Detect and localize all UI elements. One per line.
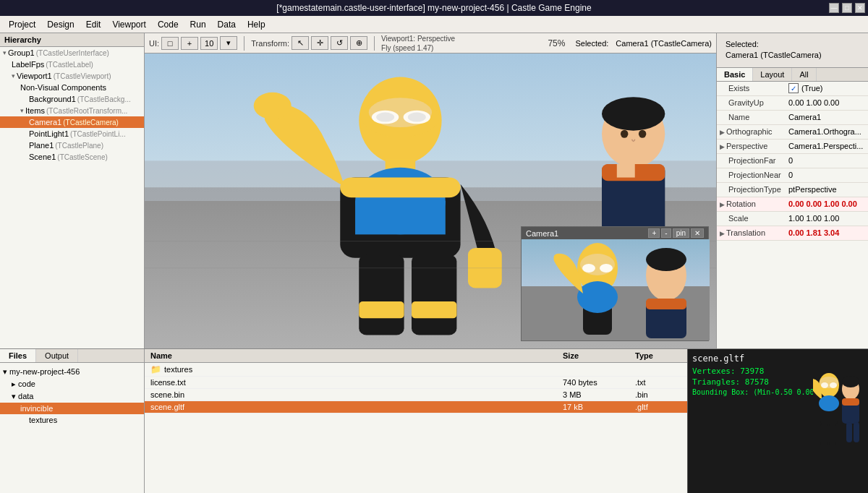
tree-item-scene1[interactable]: Scene1 (TCastleScene): [0, 151, 144, 163]
properties-body: Exists ✓ (True) GravityUp 0.00 1.00 0.00…: [717, 82, 868, 348]
ui-size-dropdown[interactable]: ▾: [220, 36, 237, 50]
viewport-canvas[interactable]: Camera1 + - pin ✕: [145, 53, 716, 348]
prop-row-name[interactable]: Name Camera1: [717, 111, 868, 125]
title-bar: [*gamestatemain.castle-user-interface] m…: [0, 0, 868, 16]
svg-point-37: [577, 281, 618, 313]
flist-row-textures[interactable]: 📁 textures: [145, 363, 687, 377]
tab-files[interactable]: Files: [0, 349, 36, 362]
transform-scale-button[interactable]: ⊕: [350, 36, 367, 50]
svg-point-8: [376, 113, 394, 122]
svg-point-45: [821, 382, 828, 388]
prop-value-projectionnear: 0: [786, 169, 868, 181]
tree-item-camera1[interactable]: Camera1 (TCastleCamera): [0, 116, 144, 128]
flist-name-sceneg: scene.gltf: [145, 403, 557, 411]
prop-row-projectionnear[interactable]: ProjectionNear 0: [717, 168, 868, 183]
camera-preview-close[interactable]: ✕: [691, 228, 704, 238]
svg-point-15: [254, 93, 292, 119]
flist-row-license[interactable]: license.txt 740 bytes .txt: [145, 377, 687, 389]
file-list-body: 📁 textures license.txt 740 bytes .txt sc…: [145, 363, 687, 493]
svg-rect-19: [359, 301, 404, 318]
ftree-data[interactable]: ▾ data: [0, 390, 144, 403]
prop-name-gravityup: GravityUp: [717, 97, 786, 108]
prop-value-rotation: 0.00 0.00 1.00 0.00: [786, 198, 868, 210]
svg-rect-55: [846, 422, 852, 442]
tree-item-labelfps[interactable]: LabelFps (TCastleLabel): [0, 59, 144, 70]
ftree-textures[interactable]: textures: [0, 414, 144, 426]
svg-point-23: [621, 130, 628, 138]
prop-row-scale[interactable]: Scale 1.00 1.00 1.00: [717, 212, 868, 226]
menu-run[interactable]: Run: [184, 18, 212, 31]
window-title: [*gamestatemain.castle-user-interface] m…: [276, 3, 591, 13]
camera-preview-zoom-out[interactable]: -: [661, 228, 671, 238]
tab-all[interactable]: All: [792, 68, 816, 81]
prop-value-scale: 1.00 1.00 1.00: [786, 213, 868, 224]
tree-item-viewport1[interactable]: ▾ Viewport1 (TCastleViewport): [0, 70, 144, 82]
file-col-type: Type: [629, 351, 687, 360]
menu-data[interactable]: Data: [212, 18, 242, 31]
menu-help[interactable]: Help: [242, 18, 271, 31]
menu-project[interactable]: Project: [3, 18, 41, 31]
menu-code[interactable]: Code: [152, 18, 184, 31]
close-button[interactable]: ✕: [855, 3, 865, 13]
tab-basic[interactable]: Basic: [717, 68, 753, 81]
transform-select-button[interactable]: ↖: [292, 36, 309, 50]
tree-item-nonvisual[interactable]: Non-Visual Components: [0, 82, 144, 93]
ui-size-input[interactable]: 10: [200, 37, 218, 50]
ui-add-button[interactable]: +: [181, 37, 198, 50]
hierarchy-title: Hierarchy: [0, 33, 144, 47]
transform-move-button[interactable]: ✛: [311, 36, 328, 50]
selected-header-label: Selected:: [726, 40, 759, 48]
tree-item-items[interactable]: ▾ Items (TCastleRootTransform...: [0, 105, 144, 116]
camera-preview-pin[interactable]: pin: [673, 228, 689, 238]
prop-row-orthographic[interactable]: ▶Orthographic Camera1.Orthogra...: [717, 125, 868, 140]
prop-value-projectiontype: ptPerspective: [786, 184, 868, 195]
tree-item-group1[interactable]: ▾ Group1 (TCastleUserInterface): [0, 47, 144, 59]
tree-item-background1[interactable]: Background1 (TCastleBackg...: [0, 93, 144, 105]
prop-row-perspective[interactable]: ▶Perspective Camera1.Perspecti...: [717, 140, 868, 154]
ftree-label-textures: textures: [29, 416, 57, 424]
menu-edit[interactable]: Edit: [80, 18, 107, 31]
file-list-header: Name Size Type: [145, 349, 687, 363]
transform-rotate-button[interactable]: ↺: [331, 36, 348, 50]
prop-row-rotation[interactable]: ▶Rotation 0.00 0.00 1.00 0.00: [717, 197, 868, 212]
svg-point-22: [602, 97, 665, 130]
prop-row-exists[interactable]: Exists ✓ (True): [717, 82, 868, 96]
svg-rect-56: [854, 422, 859, 442]
prop-row-projectiontype[interactable]: ProjectionType ptPerspective: [717, 183, 868, 197]
files-tree: ▾ my-new-project-456 ▸ code ▾ data invin…: [0, 363, 144, 493]
camera-preview-viewport: [522, 239, 710, 340]
toolbar-separator-1: [244, 36, 244, 51]
hierarchy-panel: Hierarchy ▾ Group1 (TCastleUserInterface…: [0, 33, 145, 348]
tab-layout[interactable]: Layout: [753, 68, 792, 81]
ftree-code[interactable]: ▸ code: [0, 378, 144, 390]
prop-row-gravityup[interactable]: GravityUp 0.00 1.00 0.00: [717, 96, 868, 111]
menu-bar: Project Design Edit Viewport Code Run Da…: [0, 16, 868, 33]
prop-row-translation[interactable]: ▶Translation 0.00 1.81 3.04: [717, 226, 868, 241]
tree-item-pointlight1[interactable]: PointLight1 (TCastlePointLi...: [0, 128, 144, 140]
prop-name-scale: Scale: [717, 213, 786, 224]
selected-header-value: Camera1 (TCastleCamera): [726, 51, 822, 59]
prop-row-projectionfar[interactable]: ProjectionFar 0: [717, 154, 868, 168]
minimize-button[interactable]: —: [829, 3, 839, 13]
menu-design[interactable]: Design: [41, 18, 80, 31]
ftree-project-root[interactable]: ▾ my-new-project-456: [0, 366, 144, 378]
ftree-invincible[interactable]: invincible: [0, 403, 144, 414]
ui-rect-button[interactable]: □: [161, 37, 179, 50]
bottom-area: Files Output ▾ my-new-project-456 ▸ code…: [0, 348, 868, 493]
selected-label: Selected:: [575, 39, 608, 48]
prop-name-name: Name: [717, 111, 786, 123]
flist-type-license: .txt: [629, 378, 687, 387]
flist-row-scenebin[interactable]: scene.bin 3 MB .bin: [145, 389, 687, 401]
tree-item-plane1[interactable]: Plane1 (TCastlePlane): [0, 140, 144, 151]
exists-checkbox[interactable]: ✓: [788, 83, 799, 93]
menu-viewport[interactable]: Viewport: [106, 18, 151, 31]
flist-row-sceneg[interactable]: scene.gltf 17 kB .gltf: [145, 401, 687, 413]
prop-value-translation: 0.00 1.81 3.04: [786, 227, 868, 239]
maximize-button[interactable]: □: [842, 3, 852, 13]
camera-preview-zoom-in[interactable]: +: [648, 228, 660, 238]
viewport-perspective-label: Viewport1: Perspective: [381, 34, 455, 43]
tab-output[interactable]: Output: [36, 349, 78, 362]
svg-rect-18: [412, 254, 456, 335]
svg-rect-14: [340, 178, 460, 198]
prop-name-orthographic: ▶Orthographic: [717, 126, 786, 137]
